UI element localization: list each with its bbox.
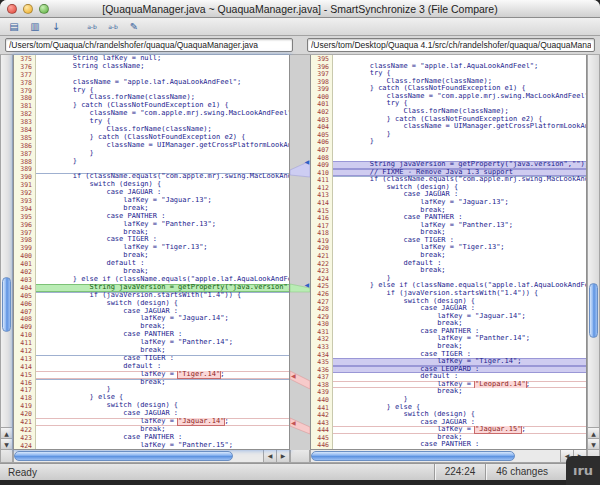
code-line[interactable]: 442 switch (design) {	[311, 411, 586, 419]
code-line[interactable]: 420 case JAGUAR :	[14, 410, 289, 418]
left-horizontal-scrollbar[interactable]: ◀ ▶	[13, 450, 290, 463]
code-line[interactable]: 406 switch (design) {	[14, 300, 289, 308]
code-line[interactable]: 411 lafKey = "Panther.14";	[14, 339, 289, 347]
code-line[interactable]: 416 case PANTHER :	[311, 214, 586, 222]
code-line[interactable]: 438 lafKey = "Leopard.14";	[311, 381, 586, 389]
code-line[interactable]: 399 } catch (ClassNotFoundException e1) …	[311, 85, 586, 93]
code-line[interactable]: 398 Class.forName(className);	[311, 78, 586, 86]
code-line[interactable]: 421 break;	[311, 252, 586, 260]
code-line[interactable]: 385 } catch (ClassNotFoundException e2) …	[14, 134, 289, 142]
code-line[interactable]: 418 } else {	[14, 394, 289, 402]
code-line[interactable]: 404 String javaVersion = getProperty("ja…	[14, 284, 289, 292]
code-line[interactable]: 440 }	[311, 396, 586, 404]
code-line[interactable]: 425 } else if (className.equals("apple.l…	[311, 282, 586, 290]
code-line[interactable]: 437 default :	[311, 373, 586, 381]
code-line[interactable]: 413 case JAGUAR :	[311, 191, 586, 199]
code-line[interactable]: 380 Class.forName(className);	[14, 94, 289, 102]
open-right-file-icon[interactable]: ▥	[26, 19, 44, 34]
minimize-button[interactable]	[23, 4, 33, 14]
apply-change-marker-icon[interactable]: ◀	[291, 420, 296, 426]
code-line[interactable]: 430 break;	[311, 320, 586, 328]
code-line[interactable]: 427 switch (design) {	[311, 298, 586, 306]
code-line[interactable]: 400 className = "com.apple.mrj.swing.Mac…	[311, 93, 586, 101]
code-line[interactable]: 410 // FIXME - Remove Java 1.3 support	[311, 169, 586, 177]
left-hscroll-thumb[interactable]	[14, 451, 233, 461]
scroll-up-button[interactable]: ▲	[588, 427, 599, 438]
code-line[interactable]: 407	[311, 146, 586, 154]
scroll-right-button[interactable]: ▶	[276, 450, 289, 462]
code-line[interactable]: 405 }	[311, 131, 586, 139]
right-hscroll-thumb[interactable]	[311, 451, 515, 461]
code-line[interactable]: 393 lafKey = "Jaguar.13";	[14, 197, 289, 205]
right-vertical-scrollbar[interactable]: ▲ ▼	[587, 55, 600, 450]
apply-change-marker-icon[interactable]: ◀	[291, 373, 296, 379]
code-line[interactable]: 414 default :	[14, 363, 289, 371]
code-line[interactable]: 395	[311, 55, 586, 63]
code-line[interactable]: 446 case PANTHER :	[311, 441, 586, 449]
save-icon[interactable]: ↓	[47, 19, 65, 34]
code-line[interactable]: 389	[14, 165, 289, 173]
code-line[interactable]: 445 break;	[311, 434, 586, 442]
code-line[interactable]: 391 switch (design) {	[14, 181, 289, 189]
code-line[interactable]: 376 String className;	[14, 63, 289, 71]
code-line[interactable]: 419 case TIGER :	[311, 237, 586, 245]
left-vscroll-thumb[interactable]	[2, 277, 11, 332]
code-line[interactable]: 415 lafKey = "Tiger.14";	[14, 371, 289, 379]
left-hscroll-track[interactable]	[14, 450, 263, 462]
code-line[interactable]: 381 } catch (ClassNotFoundException e1) …	[14, 102, 289, 110]
apply-change-left-button[interactable]: ◀	[304, 282, 309, 288]
code-line[interactable]: 397 try {	[311, 70, 586, 78]
code-line[interactable]: 443 case JAGUAR :	[311, 419, 586, 427]
scroll-left-button[interactable]: ◀	[263, 450, 276, 462]
open-left-file-icon[interactable]: ▤	[5, 19, 23, 34]
code-line[interactable]: 398 case TIGER :	[14, 236, 289, 244]
scroll-down-button[interactable]: ▼	[1, 438, 12, 449]
code-line[interactable]: 378 className = "apple.laf.AquaLookAndFe…	[14, 79, 289, 87]
code-line[interactable]: 439 break;	[311, 388, 586, 396]
code-line[interactable]: 408	[311, 154, 586, 162]
code-line[interactable]: 394 break;	[14, 205, 289, 213]
code-line[interactable]: 386 className = UIManager.getCrossPlatfo…	[14, 142, 289, 150]
code-line[interactable]: 409 String javaVersion = getProperty("ja…	[311, 161, 586, 169]
code-line[interactable]: 434 case TIGER :	[311, 351, 586, 359]
code-line[interactable]: 387 }	[14, 150, 289, 158]
code-line[interactable]: 377	[14, 71, 289, 79]
right-file-path-input[interactable]	[307, 38, 595, 52]
code-line[interactable]: 444 lafKey = "Jaguar.15";	[311, 426, 586, 434]
code-line[interactable]: 412 switch (design) {	[311, 184, 586, 192]
next-change-icon[interactable]: a-b	[104, 19, 122, 34]
code-line[interactable]: 396 className = "apple.laf.AquaLookAndFe…	[311, 63, 586, 71]
code-line[interactable]: 436 case LEOPARD :	[311, 366, 586, 374]
code-line[interactable]: 413 case TIGER :	[14, 355, 289, 363]
code-line[interactable]: 411 if (className.equals("com.apple.mrj.…	[311, 176, 586, 184]
zoom-button[interactable]	[39, 4, 49, 14]
code-line[interactable]: 429 lafKey = "Jaguar.14";	[311, 313, 586, 321]
code-line[interactable]: 408 lafKey = "Jaguar.14";	[14, 315, 289, 323]
code-line[interactable]: 383 try {	[14, 118, 289, 126]
code-line[interactable]: 424 }	[311, 275, 586, 283]
code-line[interactable]: 382 className = "com.apple.mrj.swing.Mac…	[14, 110, 289, 118]
code-line[interactable]: 392 case JAGUAR :	[14, 189, 289, 197]
code-line[interactable]: 405 if (javaVersion.startsWith("1.4")) {	[14, 292, 289, 300]
scroll-down-button[interactable]: ▼	[588, 438, 599, 449]
code-line[interactable]: 410 case PANTHER :	[14, 331, 289, 339]
code-line[interactable]: 422 default :	[311, 260, 586, 268]
code-line[interactable]: 435 lafKey = "Tiger.14";	[311, 358, 586, 366]
code-line[interactable]: 407 case JAGUAR :	[14, 308, 289, 316]
code-line[interactable]: 420 lafKey = "Tiger.13";	[311, 244, 586, 252]
code-line[interactable]: 403 } catch (ClassNotFoundException e2) …	[311, 116, 586, 124]
code-line[interactable]: 409 break;	[14, 323, 289, 331]
code-line[interactable]: 417 }	[14, 386, 289, 394]
previous-change-icon[interactable]: a-b	[83, 19, 101, 34]
left-vertical-scrollbar[interactable]: ▲ ▼	[0, 55, 13, 450]
code-line[interactable]: 375 String lafKey = null;	[14, 55, 289, 63]
left-file-path-input[interactable]	[5, 38, 293, 52]
code-line[interactable]: 390 if (className.equals("com.apple.mrj.…	[14, 173, 289, 181]
code-line[interactable]: 399 lafKey = "Tiger.13";	[14, 244, 289, 252]
code-line[interactable]: 416 break;	[14, 379, 289, 387]
code-line[interactable]: 419 switch (design) {	[14, 402, 289, 410]
code-line[interactable]: 415 break;	[311, 207, 586, 215]
code-line[interactable]: 441 } else {	[311, 404, 586, 412]
right-vscroll-thumb[interactable]	[589, 283, 598, 338]
code-line[interactable]: 421 lafKey = "Jaguar.14";	[14, 418, 289, 426]
